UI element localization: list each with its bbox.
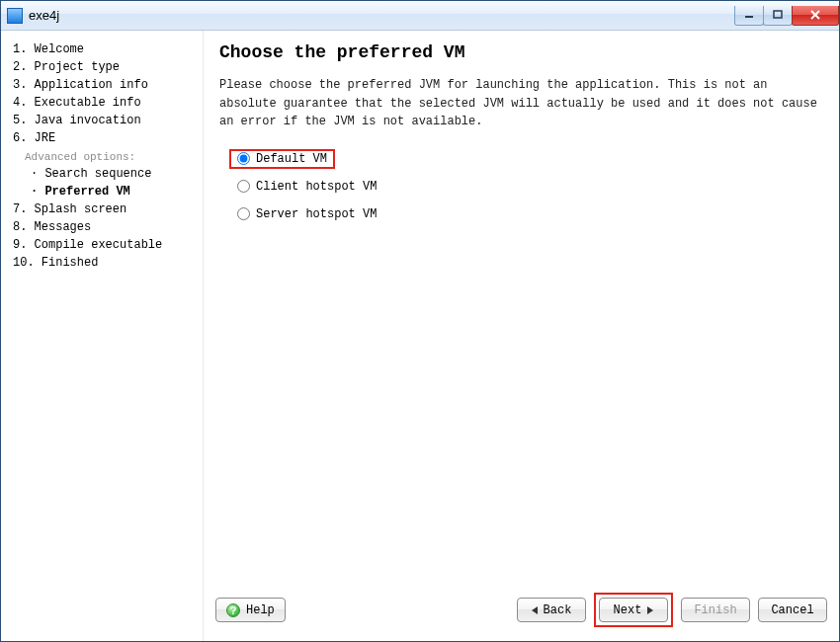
radio-default-vm-input[interactable] [237,152,250,165]
substep-search-sequence[interactable]: Search sequence [9,165,195,183]
svg-rect-1 [774,11,782,18]
close-button[interactable] [792,6,839,26]
back-arrow-icon [532,606,538,614]
advanced-options-label: Advanced options: [9,149,195,165]
window-title: exe4j [29,8,59,23]
radio-default-vm[interactable]: Default VM [229,149,335,169]
radio-client-hotspot-input[interactable] [237,180,250,193]
next-highlight-box: Next [594,593,673,627]
radio-server-hotspot-input[interactable] [237,207,250,220]
step-compile-executable[interactable]: 9. Compile executable [9,236,195,254]
step-application-info[interactable]: 3. Application info [9,76,195,94]
next-button[interactable]: Next [599,598,668,622]
app-window: exe4j 1. Welcome 2. Project type 3. Appl… [0,0,840,642]
window-controls [735,6,839,26]
minimize-button[interactable] [734,6,764,26]
app-icon [7,8,23,24]
substep-preferred-vm[interactable]: Preferred VM [9,183,195,201]
cancel-button[interactable]: Cancel [758,598,827,622]
main-content: Choose the preferred VM Please choose th… [204,31,839,583]
step-java-invocation[interactable]: 5. Java invocation [9,112,195,129]
radio-server-hotspot[interactable]: Server hotspot VM [229,204,378,224]
step-welcome[interactable]: 1. Welcome [9,40,195,58]
step-messages[interactable]: 8. Messages [9,218,195,236]
help-button[interactable]: ? Help [215,598,286,622]
radio-default-vm-label: Default VM [256,152,327,166]
step-finished[interactable]: 10. Finished [9,254,195,272]
finish-button[interactable]: Finish [681,598,750,622]
step-jre[interactable]: 6. JRE [9,129,195,147]
radio-server-hotspot-label: Server hotspot VM [256,207,377,221]
wizard-footer: ? Help Back Next Finish [204,583,839,641]
maximize-button[interactable] [763,6,793,26]
back-button[interactable]: Back [517,598,586,622]
page-title: Choose the preferred VM [219,42,823,62]
radio-client-hotspot[interactable]: Client hotspot VM [229,177,378,197]
page-description: Please choose the preferred JVM for laun… [219,76,823,131]
vm-radio-group: Default VM Client hotspot VM Server hots… [219,149,823,224]
radio-client-hotspot-label: Client hotspot VM [256,180,377,194]
next-arrow-icon [647,606,653,614]
help-icon: ? [226,603,240,617]
step-project-type[interactable]: 2. Project type [9,58,195,76]
step-splash-screen[interactable]: 7. Splash screen [9,201,195,218]
title-bar: exe4j [1,1,839,31]
wizard-sidebar: 1. Welcome 2. Project type 3. Applicatio… [1,31,204,641]
step-executable-info[interactable]: 4. Executable info [9,94,195,112]
